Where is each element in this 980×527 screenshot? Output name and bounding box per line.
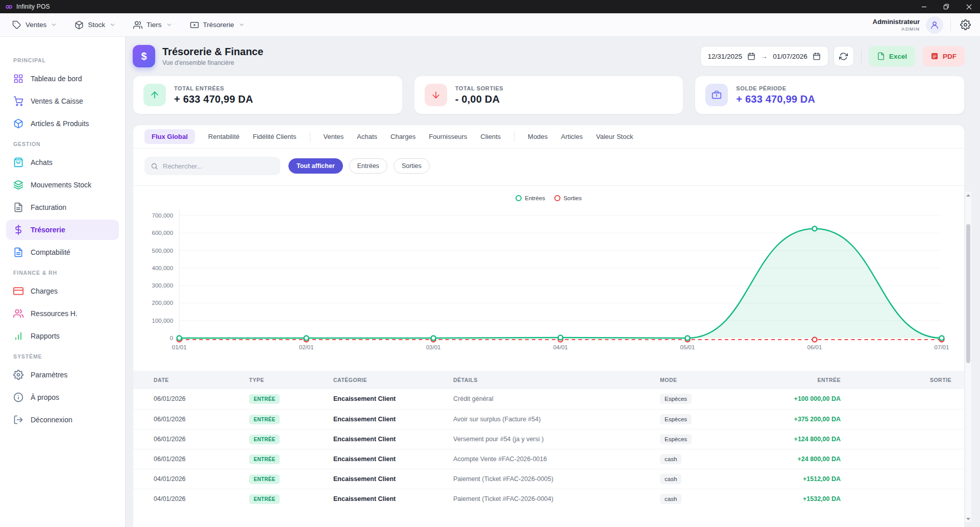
export-pdf-button[interactable]: PDF	[922, 46, 965, 66]
sidebar-item-label: Rapports	[31, 332, 60, 340]
minimize-button[interactable]	[913, 0, 935, 13]
page-title: Trésorerie & Finance	[162, 46, 263, 58]
cart-icon-wrap	[13, 96, 23, 106]
refresh-button[interactable]	[834, 46, 854, 66]
sidebar-item-a-propos[interactable]: À propos	[6, 387, 119, 408]
date-to[interactable]: 01/07/2026	[773, 53, 807, 60]
arrowdown-icon	[431, 90, 441, 100]
table-body: 06/01/2026 ENTRÉE Encaissement Client Cr…	[133, 389, 964, 509]
cell-category: Encaissement Client	[327, 429, 447, 449]
tab-articles[interactable]: Articles	[561, 129, 583, 144]
refresh-icon	[839, 52, 848, 61]
scroll-up-arrow[interactable]	[965, 191, 971, 199]
sidebar-item-ressources-h[interactable]: Ressources H.	[6, 303, 119, 324]
tab-ventes[interactable]: Ventes	[324, 129, 344, 144]
maximize-button[interactable]	[935, 0, 958, 13]
logout-icon	[13, 415, 23, 425]
sidebar-item-label: Déconnexion	[31, 416, 72, 424]
search-box[interactable]	[144, 157, 280, 175]
header-divider	[861, 50, 862, 63]
export-excel-button[interactable]: Excel	[869, 46, 915, 66]
stat-value: - 0,00 DA	[455, 93, 504, 105]
filter-sorties[interactable]: Sorties	[394, 158, 430, 174]
search-input[interactable]	[163, 162, 274, 170]
scrollbar-thumb[interactable]	[966, 224, 970, 363]
stat-value: + 633 470,99 DA	[174, 93, 253, 105]
stat-label: TOTAL ENTRÉES	[174, 85, 253, 91]
arrowdown-icon-wrap	[425, 84, 447, 106]
legend-entrees[interactable]: Entrées	[516, 195, 545, 201]
info-icon-wrap	[13, 392, 23, 402]
sidebar-item-label: Trésorerie	[31, 226, 65, 234]
col-entree: ENTRÉE	[750, 371, 847, 389]
chevron-down-icon	[51, 21, 57, 28]
tab-rentabilite[interactable]: Rentabilité	[208, 129, 239, 144]
col-mode: MODE	[654, 371, 750, 389]
tab-fournisseurs[interactable]: Fournisseurs	[429, 129, 467, 144]
type-badge: ENTRÉE	[249, 415, 280, 424]
sidebar-item-tableau-de-bord[interactable]: Tableau de bord	[6, 68, 119, 89]
transaction-row[interactable]: 06/01/2026 ENTRÉE Encaissement Client Ac…	[133, 449, 964, 469]
avatar[interactable]	[926, 16, 943, 34]
tab-fidelite-clients[interactable]: Fidélité Clients	[253, 129, 296, 144]
type-badge: ENTRÉE	[249, 435, 280, 444]
menubar-divider	[950, 19, 951, 31]
cell-date: 06/01/2026	[133, 429, 243, 449]
filter-tout-afficher[interactable]: Tout afficher	[288, 158, 343, 174]
layers-icon-wrap	[13, 180, 23, 190]
sidebar-item-tresorerie[interactable]: Trésorerie	[6, 220, 119, 240]
sidebar-item-comptabilite[interactable]: Comptabilité	[6, 242, 119, 262]
sidebar-item-charges[interactable]: Charges	[6, 281, 119, 301]
file-icon-wrap	[13, 247, 23, 257]
flux-panel: Flux GlobalRentabilitéFidélité ClientsVe…	[133, 125, 965, 527]
filter-entrees[interactable]: Entrées	[349, 158, 387, 174]
sidebar-item-parametres[interactable]: Paramètres	[6, 365, 119, 385]
sidebar-item-ventes-caisse[interactable]: Ventes & Caisse	[6, 91, 119, 111]
menu-items: VentesStockTiersTrésorerie	[7, 16, 250, 34]
transaction-row[interactable]: 06/01/2026 ENTRÉE Encaissement Client Ve…	[133, 429, 964, 449]
window-title: Infinity POS	[16, 3, 50, 10]
barchart-icon	[13, 331, 23, 341]
svg-text:04/01: 04/01	[553, 344, 568, 350]
menu-stock[interactable]: Stock	[69, 16, 121, 34]
arrowup-icon	[150, 90, 160, 100]
legend-sorties[interactable]: Sorties	[554, 195, 582, 201]
sidebar-item-mouvements-stock[interactable]: Mouvements Stock	[6, 175, 119, 195]
transaction-row[interactable]: 04/01/2026 ENTRÉE Encaissement Client Pa…	[133, 469, 964, 489]
menu-tiers[interactable]: Tiers	[128, 16, 178, 34]
users-icon	[13, 308, 23, 319]
calendar-icon[interactable]	[747, 52, 755, 60]
excel-label: Excel	[889, 53, 907, 60]
cell-category: Encaissement Client	[327, 409, 447, 429]
sidebar-item-achats[interactable]: Achats	[6, 152, 119, 173]
tab-clients[interactable]: Clients	[480, 129, 501, 144]
transaction-row[interactable]: 06/01/2026 ENTRÉE Encaissement Client Cr…	[133, 389, 964, 409]
date-from[interactable]: 12/31/2025	[708, 53, 743, 60]
date-range-picker[interactable]: 12/31/2025 → 01/07/2026	[700, 46, 828, 66]
sidebar-item-deconnexion[interactable]: Déconnexion	[6, 410, 119, 430]
sidebar-item-facturation[interactable]: Facturation	[6, 197, 119, 218]
cell-entree: +1512,00 DA	[750, 469, 847, 489]
type-badge: ENTRÉE	[249, 494, 280, 504]
vertical-scrollbar[interactable]	[965, 191, 972, 523]
sidebar-item-articles-produits[interactable]: Articles & Produits	[6, 113, 119, 134]
close-button[interactable]	[958, 0, 980, 13]
sidebar-item-rapports[interactable]: Rapports	[6, 326, 119, 346]
transaction-row[interactable]: 04/01/2026 ENTRÉE Encaissement Client Pa…	[133, 489, 964, 509]
tab-charges[interactable]: Charges	[390, 129, 415, 144]
tab-valeur-stock[interactable]: Valeur Stock	[596, 129, 633, 144]
transaction-row[interactable]: 06/01/2026 ENTRÉE Encaissement Client Av…	[133, 409, 964, 429]
menu-ventes[interactable]: Ventes	[7, 16, 62, 34]
scroll-down-arrow[interactable]	[965, 515, 971, 522]
tab-modes[interactable]: Modes	[528, 129, 548, 144]
mode-pill: Espèces	[660, 414, 692, 424]
cell-type: ENTRÉE	[243, 469, 327, 489]
calendar-icon[interactable]	[813, 52, 821, 60]
cell-sortie	[847, 469, 964, 489]
legend-dot	[516, 195, 522, 201]
menu-tresorerie[interactable]: Trésorerie	[185, 16, 250, 34]
tab-flux-global[interactable]: Flux Global	[144, 129, 195, 144]
settings-button[interactable]	[958, 17, 973, 32]
cell-mode: Espèces	[654, 409, 750, 429]
tab-achats[interactable]: Achats	[357, 129, 377, 144]
